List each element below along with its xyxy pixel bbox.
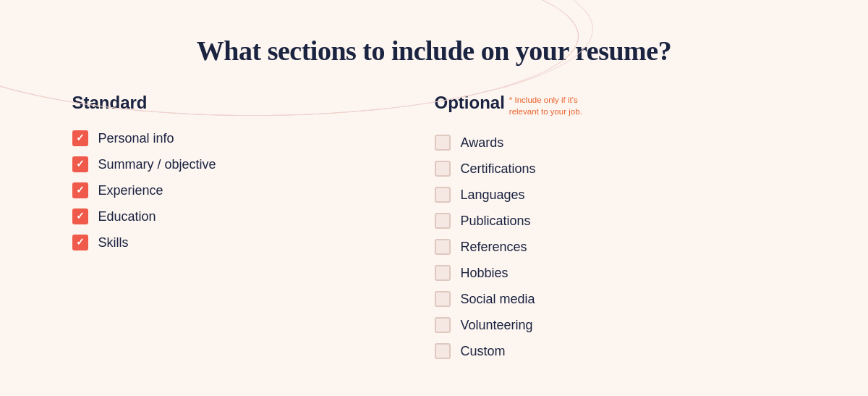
standard-column: Standard Personal infoSummary / objectiv…: [72, 93, 434, 369]
unchecked-checkbox-icon[interactable]: [435, 317, 451, 333]
item-label: Volunteering: [461, 318, 533, 333]
item-label: Awards: [461, 135, 504, 151]
checked-checkbox-icon[interactable]: [72, 156, 88, 172]
list-item: Volunteering: [435, 317, 796, 333]
optional-heading: Optional: [435, 93, 505, 113]
standard-checklist: Personal infoSummary / objectiveExperien…: [72, 130, 434, 250]
unchecked-checkbox-icon[interactable]: [435, 265, 451, 281]
list-item: Education: [72, 208, 434, 224]
optional-note: * Include only if it's relevant to your …: [509, 93, 582, 117]
unchecked-checkbox-icon[interactable]: [435, 239, 451, 255]
item-label: Publications: [461, 214, 531, 229]
optional-column: Optional * Include only if it's relevant…: [435, 93, 796, 369]
optional-checklist: AwardsCertificationsLanguagesPublication…: [435, 135, 796, 359]
list-item: Summary / objective: [72, 156, 434, 172]
list-item: References: [435, 239, 796, 255]
item-label: Certifications: [461, 161, 536, 177]
checked-checkbox-icon[interactable]: [72, 208, 88, 224]
list-item: Skills: [72, 235, 434, 250]
item-label: Languages: [461, 188, 525, 203]
item-label: References: [461, 240, 527, 255]
unchecked-checkbox-icon[interactable]: [435, 213, 451, 229]
item-label: Custom: [461, 344, 506, 359]
list-item: Custom: [435, 343, 796, 359]
unchecked-checkbox-icon[interactable]: [435, 343, 451, 359]
unchecked-checkbox-icon[interactable]: [435, 187, 451, 203]
item-label: Education: [98, 209, 156, 224]
checked-checkbox-icon[interactable]: [72, 235, 88, 250]
item-label: Hobbies: [461, 266, 509, 281]
list-item: Certifications: [435, 161, 796, 177]
item-label: Social media: [461, 292, 535, 307]
item-label: Experience: [98, 183, 163, 198]
checked-checkbox-icon[interactable]: [72, 182, 88, 198]
optional-header: Optional * Include only if it's relevant…: [435, 93, 796, 117]
page-title: What sections to include on your resume?: [0, 0, 868, 93]
columns-container: Standard Personal infoSummary / objectiv…: [0, 93, 868, 369]
list-item: Publications: [435, 213, 796, 229]
list-item: Languages: [435, 187, 796, 203]
item-label: Skills: [98, 235, 129, 250]
list-item: Personal info: [72, 130, 434, 146]
list-item: Social media: [435, 291, 796, 307]
list-item: Experience: [72, 182, 434, 198]
list-item: Awards: [435, 135, 796, 151]
list-item: Hobbies: [435, 265, 796, 281]
checked-checkbox-icon[interactable]: [72, 130, 88, 146]
unchecked-checkbox-icon[interactable]: [435, 135, 451, 151]
item-label: Personal info: [98, 131, 174, 146]
item-label: Summary / objective: [98, 157, 216, 172]
unchecked-checkbox-icon[interactable]: [435, 161, 451, 177]
standard-heading: Standard: [72, 93, 434, 113]
unchecked-checkbox-icon[interactable]: [435, 291, 451, 307]
